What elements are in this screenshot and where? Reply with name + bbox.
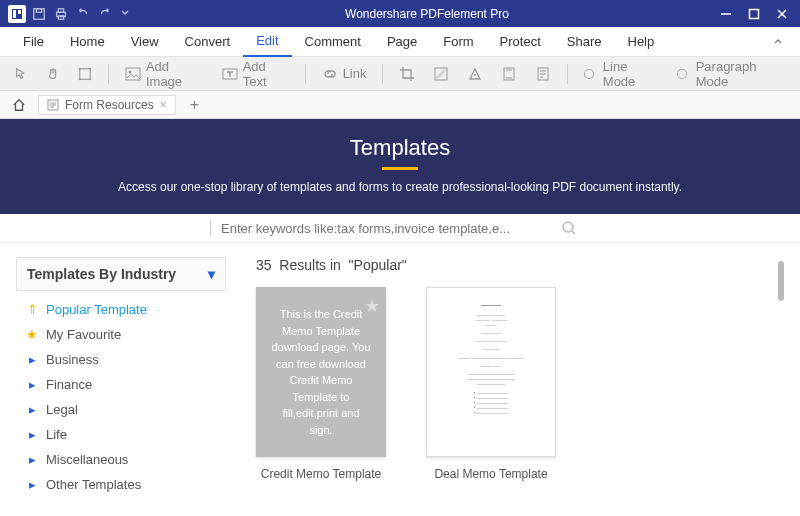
menu-bar: File Home View Convert Edit Comment Page… bbox=[0, 27, 800, 57]
toolbar-separator bbox=[382, 64, 383, 84]
sidebar-list: ⇑Popular Template ★My Favourite ▸Busines… bbox=[16, 291, 226, 497]
sidebar-item-popular[interactable]: ⇑Popular Template bbox=[20, 297, 226, 322]
menu-share[interactable]: Share bbox=[554, 27, 615, 57]
svg-rect-6 bbox=[750, 9, 759, 18]
toolbar-separator bbox=[108, 64, 109, 84]
popular-icon: ⇑ bbox=[26, 302, 38, 317]
crop-tool[interactable] bbox=[393, 60, 421, 88]
sidebar-item-life[interactable]: ▸Life bbox=[20, 422, 226, 447]
results-count: 35 bbox=[256, 257, 272, 273]
add-image-label: Add Image bbox=[146, 59, 204, 89]
arrow-icon: ▸ bbox=[26, 377, 38, 392]
quick-access-toolbar bbox=[32, 7, 134, 21]
arrow-icon: ▸ bbox=[26, 352, 38, 367]
maximize-button[interactable] bbox=[748, 8, 760, 20]
line-mode-label: Line Mode bbox=[603, 59, 659, 89]
paragraph-mode-label: Paragraph Mode bbox=[696, 59, 786, 89]
menu-comment[interactable]: Comment bbox=[292, 27, 374, 57]
svg-rect-7 bbox=[80, 68, 91, 79]
templates-banner: Templates Access our one-stop library of… bbox=[0, 119, 800, 214]
menu-page[interactable]: Page bbox=[374, 27, 430, 57]
content-area: Templates Access our one-stop library of… bbox=[0, 119, 800, 516]
hand-tool[interactable] bbox=[40, 60, 66, 88]
svg-point-9 bbox=[89, 67, 91, 69]
menu-file[interactable]: File bbox=[10, 27, 57, 57]
redo-icon[interactable] bbox=[98, 7, 112, 21]
results-panel: 35 Results in "Popular" ★ This is the Cr… bbox=[256, 257, 784, 516]
close-button[interactable] bbox=[776, 8, 788, 20]
bates-tool[interactable] bbox=[529, 60, 557, 88]
cards-grid: ★ This is the Credit Memo Template downl… bbox=[256, 287, 784, 481]
template-thumbnail: ———— ———— ——————— ——————— ——— —— ———————… bbox=[426, 287, 556, 457]
background-tool[interactable] bbox=[461, 60, 489, 88]
svg-point-20 bbox=[563, 222, 573, 232]
watermark-tool[interactable] bbox=[427, 60, 455, 88]
results-filter: "Popular" bbox=[349, 257, 407, 273]
add-text-label: Add Text bbox=[243, 59, 289, 89]
sidebar-item-misc[interactable]: ▸Miscellaneous bbox=[20, 447, 226, 472]
sidebar-header[interactable]: Templates By Industry ▾ bbox=[16, 257, 226, 291]
sidebar-item-favourite[interactable]: ★My Favourite bbox=[20, 322, 226, 347]
header-footer-tool[interactable] bbox=[495, 60, 523, 88]
sidebar-item-other[interactable]: ▸Other Templates bbox=[20, 472, 226, 497]
thumbnail-text: This is the Credit Memo Template downloa… bbox=[270, 306, 372, 438]
tab-icon bbox=[47, 99, 59, 111]
arrow-icon: ▸ bbox=[26, 452, 38, 467]
print-icon[interactable] bbox=[54, 7, 68, 21]
menu-form[interactable]: Form bbox=[430, 27, 486, 57]
search-input[interactable] bbox=[221, 221, 561, 236]
home-tab-button[interactable] bbox=[6, 98, 32, 112]
minimize-button[interactable] bbox=[720, 8, 732, 20]
svg-point-8 bbox=[79, 67, 81, 69]
svg-point-13 bbox=[128, 70, 131, 73]
star-icon: ★ bbox=[26, 327, 38, 342]
search-icon[interactable] bbox=[561, 220, 577, 236]
text-icon bbox=[222, 67, 238, 81]
template-card[interactable]: ★ This is the Credit Memo Template downl… bbox=[256, 287, 386, 481]
tab-close-button[interactable]: × bbox=[160, 98, 167, 112]
add-text-button[interactable]: Add Text bbox=[216, 60, 295, 88]
template-thumbnail: ★ This is the Credit Memo Template downl… bbox=[256, 287, 386, 457]
arrow-icon: ▸ bbox=[26, 477, 38, 492]
link-button[interactable]: Link bbox=[316, 60, 373, 88]
svg-rect-4 bbox=[58, 8, 63, 12]
svg-rect-2 bbox=[36, 8, 41, 12]
favourite-icon[interactable]: ★ bbox=[364, 293, 380, 320]
qat-dropdown-icon[interactable] bbox=[120, 7, 134, 21]
svg-rect-5 bbox=[58, 15, 63, 19]
sidebar-item-business[interactable]: ▸Business bbox=[20, 347, 226, 372]
menu-home[interactable]: Home bbox=[57, 27, 118, 57]
undo-icon[interactable] bbox=[76, 7, 90, 21]
edit-toolbar: Add Image Add Text Link Line Mode Paragr… bbox=[0, 57, 800, 91]
sidebar-item-legal[interactable]: ▸Legal bbox=[20, 397, 226, 422]
edit-object-tool[interactable] bbox=[72, 60, 98, 88]
template-card[interactable]: ———— ———— ——————— ——————— ——— —— ———————… bbox=[426, 287, 556, 481]
line-mode-radio[interactable]: Line Mode bbox=[578, 60, 665, 88]
results-prefix: Results in bbox=[279, 257, 340, 273]
new-tab-button[interactable]: + bbox=[182, 96, 207, 114]
banner-title: Templates bbox=[24, 135, 776, 161]
chevron-down-icon: ▾ bbox=[208, 266, 215, 282]
menu-help[interactable]: Help bbox=[615, 27, 668, 57]
scrollbar[interactable] bbox=[778, 261, 784, 301]
document-tab[interactable]: Form Resources × bbox=[38, 95, 176, 115]
menu-protect[interactable]: Protect bbox=[487, 27, 554, 57]
arrow-icon: ▸ bbox=[26, 402, 38, 417]
window-controls bbox=[720, 8, 788, 20]
window-title: Wondershare PDFelement Pro bbox=[134, 7, 720, 21]
menu-view[interactable]: View bbox=[118, 27, 172, 57]
toolbar-separator bbox=[567, 64, 568, 84]
arrow-icon: ▸ bbox=[26, 427, 38, 442]
paragraph-mode-radio[interactable]: Paragraph Mode bbox=[671, 60, 792, 88]
sidebar-item-finance[interactable]: ▸Finance bbox=[20, 372, 226, 397]
radio-icon bbox=[584, 69, 593, 79]
select-tool[interactable] bbox=[8, 60, 34, 88]
sidebar-header-label: Templates By Industry bbox=[27, 266, 176, 282]
radio-icon bbox=[677, 69, 686, 79]
collapse-ribbon-button[interactable] bbox=[766, 36, 790, 48]
menu-convert[interactable]: Convert bbox=[172, 27, 244, 57]
add-image-button[interactable]: Add Image bbox=[119, 60, 210, 88]
menu-edit[interactable]: Edit bbox=[243, 27, 291, 57]
save-icon[interactable] bbox=[32, 7, 46, 21]
banner-subtitle: Access our one-stop library of templates… bbox=[24, 180, 776, 194]
